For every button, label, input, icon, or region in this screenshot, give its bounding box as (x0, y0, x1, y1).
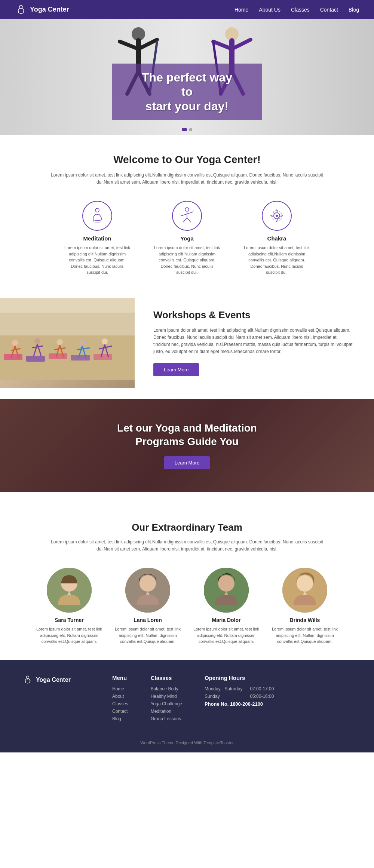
svg-point-0 (19, 5, 22, 8)
svg-point-30 (297, 575, 313, 592)
avatar-lana (125, 568, 170, 613)
yoga-icon-container (172, 201, 202, 231)
chakra-desc: Lorem ipsum dolor sit amet, test link ad… (243, 245, 310, 276)
nav-home[interactable]: Home (234, 7, 248, 13)
footer-menu-about[interactable]: About (112, 694, 128, 699)
footer-class-meditation[interactable]: Meditation (151, 709, 182, 714)
nav-contact[interactable]: Contact (320, 7, 338, 13)
hero-section: The perfect way to start your day! (0, 19, 374, 135)
footer-menu-col: Menu Home About Classes Contact Blog (112, 675, 128, 724)
svg-point-31 (27, 676, 29, 678)
footer-class-healthy[interactable]: Healthy Mind (151, 694, 182, 699)
yoga-desc: Lorem ipsum dolor sit amet, test link ad… (153, 245, 221, 276)
chakra-icon (267, 206, 286, 225)
footer-class-yoga-challenge[interactable]: Yoga Challenge (151, 701, 182, 706)
nav-about[interactable]: About Us (259, 7, 280, 13)
svg-point-26 (140, 575, 156, 592)
member-brinda-name: Brinda Wills (271, 617, 338, 623)
footer-logo-text: Yoga Center (36, 677, 71, 683)
footer-phone: Phone No. 1800-200-2100 (205, 701, 274, 707)
svg-rect-12 (26, 356, 45, 362)
banner-learn-more-button[interactable]: Learn More (164, 456, 210, 469)
svg-point-17 (34, 338, 40, 344)
footer-class-balance[interactable]: Balance Body (151, 686, 182, 691)
svg-point-19 (79, 340, 85, 346)
footer-hours-sunday: Sunday 05:00-16:00 (205, 694, 274, 699)
svg-rect-14 (71, 355, 90, 361)
member-sara-name: Sara Turner (36, 617, 103, 623)
footer-class-group[interactable]: Group Lessons (151, 716, 182, 721)
team-grid: Sara Turner Lorem ipsum dolor sit amet, … (22, 568, 352, 645)
footer-menu-home[interactable]: Home (112, 686, 128, 691)
footer-time-2: 05:00-16:00 (250, 694, 274, 699)
hero-dot-2[interactable] (189, 128, 192, 131)
workshops-content: Workshops & Events Lorem ipsum dolor sit… (135, 298, 374, 388)
team-member-sara: Sara Turner Lorem ipsum dolor sit amet, … (36, 568, 103, 645)
nav-classes[interactable]: Classes (291, 7, 310, 13)
feature-chakra: Chakra Lorem ipsum dolor sit amet, test … (243, 201, 310, 276)
meditation-icon (88, 206, 107, 225)
footer-menu-classes[interactable]: Classes (112, 701, 128, 706)
yoga-title: Yoga (153, 235, 221, 242)
member-maria-desc: Lorem ipsum dolor sit amet, test link ad… (193, 626, 260, 645)
svg-point-28 (218, 575, 234, 592)
svg-point-20 (102, 338, 108, 344)
footer-days-2: Sunday (205, 694, 220, 699)
footer-bottom-text: WordPress Theme Designed With TemplateTo… (140, 740, 233, 745)
footer-menu-blog[interactable]: Blog (112, 716, 128, 721)
footer-brand-col: Yoga Center (22, 675, 90, 724)
avatar-sara (47, 568, 92, 613)
hero-dot-1[interactable] (182, 128, 187, 131)
team-intro: Lorem ipsum dolor sit amet, test link ad… (45, 539, 329, 553)
footer-menu-contact[interactable]: Contact (112, 709, 128, 714)
svg-rect-21 (0, 298, 135, 313)
team-member-lana: Lana Loren Lorem ipsum dolor sit amet, t… (114, 568, 181, 645)
footer-days-1: Monday - Saturday (205, 686, 242, 691)
member-lana-desc: Lorem ipsum dolor sit amet, test link ad… (114, 626, 181, 645)
workshops-learn-more-button[interactable]: Learn More (153, 363, 199, 376)
footer-hours-mon-sat: Monday - Saturday 07:00-17:00 (205, 686, 274, 691)
svg-point-3 (95, 208, 99, 212)
meditation-desc: Lorem ipsum dolor sit amet, test link ad… (64, 245, 131, 276)
footer-classes-col: Classes Balance Body Healthy Mind Yoga C… (151, 675, 182, 724)
footer-bottom: WordPress Theme Designed With TemplateTo… (22, 735, 352, 745)
member-maria-name: Maria Dolor (193, 617, 260, 623)
footer-classes-title: Classes (151, 675, 182, 681)
footer-hours-title: Opening Hours (205, 675, 274, 681)
footer-menu-title: Menu (112, 675, 128, 681)
workshops-title: Workshops & Events (153, 309, 355, 321)
features-grid: Meditation Lorem ipsum dolor sit amet, t… (30, 201, 344, 276)
footer-hours-col: Opening Hours Monday - Saturday 07:00-17… (205, 675, 274, 724)
logo-text: Yoga Center (30, 6, 69, 13)
chakra-icon-container (262, 201, 292, 231)
svg-rect-11 (4, 354, 22, 360)
member-sara-desc: Lorem ipsum dolor sit amet, test link ad… (36, 626, 103, 645)
workshops-section: Workshops & Events Lorem ipsum dolor sit… (0, 298, 374, 388)
footer-grid: Yoga Center Menu Home About Classes Cont… (22, 675, 352, 724)
logo: Yoga Center (15, 4, 69, 16)
avatar-maria (204, 568, 249, 613)
member-lana-name: Lana Loren (114, 617, 181, 623)
team-member-maria: Maria Dolor Lorem ipsum dolor sit amet, … (193, 568, 260, 645)
welcome-section: Welcome to Our Yoga Center! Lorem ipsum … (0, 135, 374, 291)
svg-rect-15 (94, 354, 112, 360)
yoga-icon (178, 206, 196, 225)
workshops-desc: Lorem ipsum dolor sit amet, test link ad… (153, 327, 355, 356)
svg-point-7 (276, 215, 278, 217)
svg-rect-13 (49, 353, 67, 359)
welcome-intro: Lorem ipsum dolor sit amet, test link ad… (45, 172, 329, 186)
team-section: Our Extraordinary Team Lorem ipsum dolor… (0, 503, 374, 660)
welcome-title: Welcome to Our Yoga Center! (30, 154, 344, 166)
nav-blog[interactable]: Blog (349, 7, 359, 13)
hero-headline: The perfect way to start your day! (135, 70, 239, 113)
svg-point-5 (185, 208, 189, 211)
footer-logo-icon (22, 675, 33, 685)
meditation-title: Meditation (64, 235, 131, 242)
logo-icon (15, 4, 27, 16)
footer-time-1: 07:00-17:00 (250, 686, 274, 691)
hero-dots (182, 128, 192, 131)
feature-meditation: Meditation Lorem ipsum dolor sit amet, t… (64, 201, 131, 276)
chakra-title: Chakra (243, 235, 310, 242)
banner-section: Let our Yoga and Meditation Programs Gui… (0, 399, 374, 492)
svg-point-18 (57, 339, 63, 345)
